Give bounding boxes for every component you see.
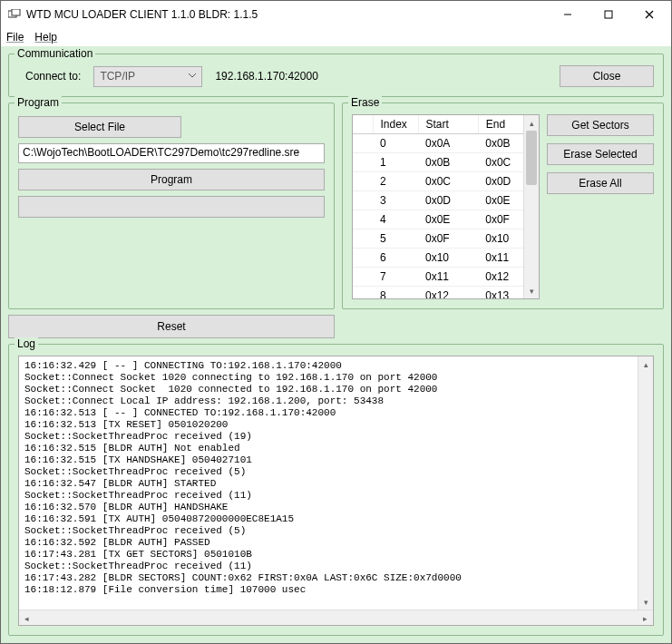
table-row[interactable]: 20x0C0x0D: [353, 172, 539, 191]
cell-index: 2: [373, 172, 418, 191]
maximize-button[interactable]: [588, 2, 628, 27]
table-row[interactable]: 10x0B0x0C: [353, 153, 539, 172]
erase-vertical-scrollbar[interactable]: ▴ ▾: [523, 115, 539, 298]
scroll-up-icon[interactable]: ▴: [638, 356, 653, 372]
cell-start: 0x0A: [418, 134, 478, 153]
cell-start: 0x0F: [418, 229, 478, 249]
erase-table[interactable]: Index Start End 00x0A0x0B10x0B0x0C20x0C0…: [353, 115, 539, 299]
close-connection-button[interactable]: Close: [560, 65, 654, 87]
row-checkbox[interactable]: [353, 229, 373, 249]
row-checkbox[interactable]: [353, 172, 373, 191]
titlebar: WTD MCU LOADER CLIENT 1.1.0 BLDR: 1.1.5: [1, 1, 671, 28]
scroll-left-icon[interactable]: ◂: [19, 610, 34, 626]
erase-side-buttons: Get Sectors Erase Selected Erase All: [547, 114, 654, 299]
cell-start: 0x10: [418, 249, 478, 268]
cell-index: 7: [373, 268, 418, 287]
communication-title: Communication: [15, 47, 95, 60]
table-row[interactable]: 40x0E0x0F: [353, 210, 539, 229]
chevron-down-icon: [189, 71, 196, 81]
scroll-down-icon[interactable]: ▾: [524, 283, 539, 298]
app-window: WTD MCU LOADER CLIENT 1.1.0 BLDR: 1.1.5 …: [0, 0, 672, 644]
file-path-field[interactable]: C:\WojoTech\BootLOADER\TC297Demo\tc297re…: [18, 143, 325, 163]
scroll-down-icon[interactable]: ▾: [638, 594, 653, 610]
cell-start: 0x11: [418, 268, 478, 287]
row-checkbox[interactable]: [353, 134, 373, 153]
erase-selected-button[interactable]: Erase Selected: [547, 143, 654, 165]
log-group: Log 16:16:32.429 [ -- ] CONNECTING TO:19…: [8, 344, 664, 636]
cell-index: 4: [373, 210, 418, 229]
erase-all-button[interactable]: Erase All: [547, 172, 654, 194]
log-horizontal-scrollbar[interactable]: ◂ ▸: [19, 610, 653, 625]
close-window-button[interactable]: [628, 2, 669, 27]
cell-start: 0x12: [418, 287, 478, 300]
table-row[interactable]: 00x0A0x0B: [353, 134, 539, 153]
row-checkbox[interactable]: [353, 249, 373, 268]
row-checkbox[interactable]: [353, 210, 373, 229]
select-file-button[interactable]: Select File: [18, 116, 181, 138]
scroll-up-icon[interactable]: ▴: [524, 115, 539, 131]
program-button[interactable]: Program: [18, 169, 325, 190]
reset-button[interactable]: Reset: [8, 315, 335, 338]
cell-index: 0: [373, 134, 418, 153]
minimize-button[interactable]: [547, 2, 588, 27]
log-box: 16:16:32.429 [ -- ] CONNECTING TO:192.16…: [18, 356, 654, 626]
program-group: Program Select File C:\WojoTech\BootLOAD…: [8, 102, 335, 309]
erase-group: Erase Index Start End 00x0A0x0B10x0B0x0C…: [342, 102, 664, 309]
log-vertical-scrollbar[interactable]: ▴ ▾: [638, 356, 653, 610]
col-start[interactable]: Start: [418, 115, 478, 134]
scroll-right-icon[interactable]: ▸: [638, 610, 653, 626]
mid-row: Program Select File C:\WojoTech\BootLOAD…: [8, 102, 664, 309]
empty-status-bar: [18, 196, 325, 218]
row-checkbox[interactable]: [353, 287, 373, 300]
menubar: File Help: [1, 28, 671, 46]
table-row[interactable]: 30x0D0x0E: [353, 191, 539, 210]
app-icon: [8, 9, 21, 20]
row-checkbox[interactable]: [353, 191, 373, 210]
get-sectors-button[interactable]: Get Sectors: [547, 114, 654, 136]
client-area: Communication Connect to: TCP/IP 192.168…: [1, 46, 671, 643]
cell-start: 0x0B: [418, 153, 478, 172]
table-row[interactable]: 60x100x11: [353, 249, 539, 268]
log-title: Log: [15, 337, 38, 350]
svg-rect-3: [605, 11, 612, 18]
cell-start: 0x0E: [418, 210, 478, 229]
log-textarea[interactable]: 16:16:32.429 [ -- ] CONNECTING TO:192.16…: [19, 356, 653, 610]
cell-index: 1: [373, 153, 418, 172]
row-checkbox[interactable]: [353, 153, 373, 172]
cell-index: 5: [373, 229, 418, 249]
menu-file[interactable]: File: [6, 31, 24, 44]
protocol-combo[interactable]: TCP/IP: [93, 66, 202, 87]
svg-rect-1: [12, 9, 20, 15]
erase-table-wrap: Index Start End 00x0A0x0B10x0B0x0C20x0C0…: [352, 114, 540, 299]
erase-title: Erase: [348, 96, 382, 109]
menu-help[interactable]: Help: [34, 31, 57, 44]
table-row[interactable]: 80x120x13: [353, 287, 539, 300]
table-row[interactable]: 50x0F0x10: [353, 229, 539, 249]
program-title: Program: [15, 96, 62, 109]
address-label: 192.168.1.170:42000: [215, 70, 317, 83]
cell-start: 0x0D: [418, 191, 478, 210]
cell-index: 3: [373, 191, 418, 210]
cell-index: 6: [373, 249, 418, 268]
cell-index: 8: [373, 287, 418, 300]
scroll-thumb[interactable]: [526, 131, 537, 185]
window-controls: [547, 2, 669, 27]
protocol-value: TCP/IP: [100, 70, 135, 83]
table-row[interactable]: 70x110x12: [353, 268, 539, 287]
row-checkbox[interactable]: [353, 268, 373, 287]
col-checkbox: [353, 115, 373, 134]
col-index[interactable]: Index: [373, 115, 418, 134]
communication-group: Communication Connect to: TCP/IP 192.168…: [8, 54, 664, 97]
connect-to-label: Connect to:: [25, 70, 81, 83]
cell-start: 0x0C: [418, 172, 478, 191]
window-title: WTD MCU LOADER CLIENT 1.1.0 BLDR: 1.1.5: [26, 8, 547, 21]
